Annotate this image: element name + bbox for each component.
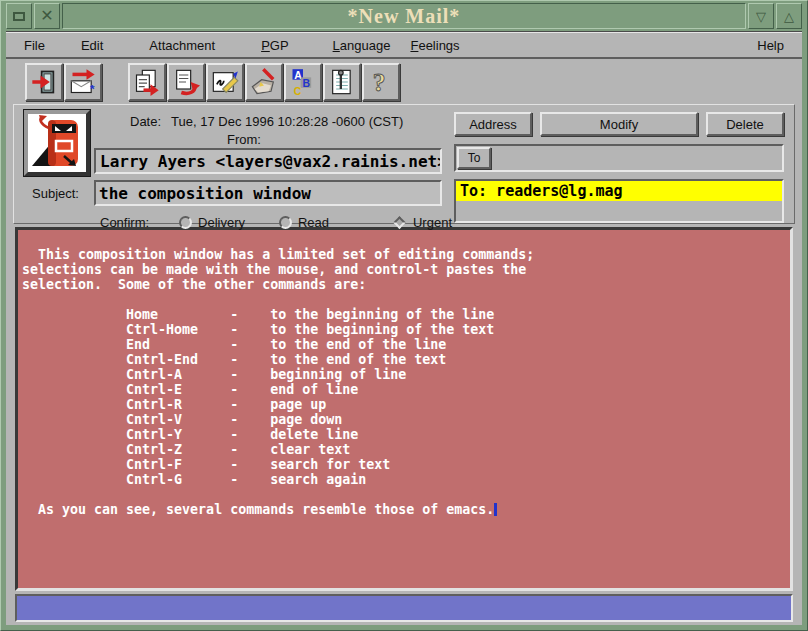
composition-area[interactable]: This composition window has a limited se… xyxy=(15,227,793,591)
xfmail-mailbox-logo xyxy=(24,110,90,176)
svg-text:*: * xyxy=(90,81,95,94)
titlebar: ✕ *New Mail* ▽ △ xyxy=(6,3,802,29)
exit-door-icon xyxy=(30,68,58,96)
message-header-panel: Date:Tue, 17 Dec 1996 10:28:28 -0600 (CS… xyxy=(13,104,795,224)
send-envelope-icon: * xyxy=(69,68,97,96)
confirm-label: Confirm: xyxy=(100,215,149,230)
app-surface: File Edit Attachment PGP Language Feelin… xyxy=(6,31,802,625)
notes-clip-icon xyxy=(328,68,356,96)
delete-button[interactable]: Delete xyxy=(706,112,784,136)
window-title: *New Mail* xyxy=(348,5,461,28)
new-mail-window: ✕ *New Mail* ▽ △ File Edit Attachment PG… xyxy=(0,0,808,631)
notes-button[interactable] xyxy=(323,63,361,101)
help-button[interactable]: ? xyxy=(362,63,400,101)
title-area[interactable]: *New Mail* xyxy=(62,3,746,29)
body-text: This composition window has a limited se… xyxy=(22,247,534,517)
delivery-radio[interactable] xyxy=(179,216,192,229)
menu-help[interactable]: Help xyxy=(753,35,788,56)
menubar: File Edit Attachment PGP Language Feelin… xyxy=(6,32,802,59)
compose-button[interactable] xyxy=(206,63,244,101)
svg-text:C: C xyxy=(294,84,302,95)
address-button-row: Address Modify Delete xyxy=(454,112,784,136)
recipient-item[interactable]: To: readers@lg.mag xyxy=(456,181,782,201)
toolbar: * xyxy=(6,59,802,104)
spell-check-button[interactable]: A B C xyxy=(284,63,322,101)
composition-text: This composition window has a limited se… xyxy=(18,230,790,523)
confirm-row: Confirm: Delivery Read Urgent xyxy=(100,215,452,230)
close-button[interactable]: ✕ xyxy=(34,3,60,29)
devil-mailbox-icon xyxy=(28,114,86,172)
menu-file[interactable]: File xyxy=(20,35,49,56)
read-label: Read xyxy=(298,215,329,230)
menu-language[interactable]: Language xyxy=(329,35,395,56)
abc-letters-icon: A B C xyxy=(289,68,317,96)
svg-text:B: B xyxy=(302,76,310,88)
minimize-icon xyxy=(13,12,25,21)
header-right-column: Address Modify Delete To To: readers@lg.… xyxy=(454,105,784,223)
subject-label: Subject: xyxy=(32,186,94,201)
header-left-column: Date:Tue, 17 Dec 1996 10:28:28 -0600 (CS… xyxy=(14,105,452,223)
menu-edit[interactable]: Edit xyxy=(77,35,107,56)
from-label: From: xyxy=(94,132,394,147)
date-value: Tue, 17 Dec 1996 10:28:28 -0600 (CST) xyxy=(171,114,403,129)
body-text-cursor xyxy=(494,503,497,516)
sign-button[interactable] xyxy=(245,63,283,101)
forward-doc-icon xyxy=(133,68,161,96)
status-bar xyxy=(15,594,793,622)
maximize-button[interactable]: △ xyxy=(776,3,802,29)
from-field[interactable]: Larry Ayers <layers@vax2.rainis.net> xyxy=(94,148,442,174)
menu-attachment[interactable]: Attachment xyxy=(145,35,219,56)
address-button[interactable]: Address xyxy=(454,112,532,136)
date-row: Date:Tue, 17 Dec 1996 10:28:28 -0600 (CS… xyxy=(130,114,452,129)
read-radio[interactable] xyxy=(279,216,292,229)
from-value: Larry Ayers <layers@vax2.rainis.net> xyxy=(100,152,442,171)
sign-hand-pencil-icon xyxy=(250,68,278,96)
to-row: To xyxy=(454,144,784,172)
urgent-label: Urgent xyxy=(413,215,452,230)
send-mail-button[interactable]: * xyxy=(64,63,102,101)
exit-button[interactable] xyxy=(25,63,63,101)
svg-text:?: ? xyxy=(373,68,386,96)
menu-pgp[interactable]: PGP xyxy=(257,35,292,56)
date-label: Date: xyxy=(130,114,161,129)
maximize-up-icon: △ xyxy=(784,10,794,23)
forward-message-button[interactable] xyxy=(128,63,166,101)
reply-doc-icon xyxy=(172,68,200,96)
delivery-label: Delivery xyxy=(198,215,245,230)
urgent-toggle[interactable] xyxy=(393,216,406,229)
shade-down-icon: ▽ xyxy=(756,10,766,23)
minimize-button[interactable] xyxy=(6,3,32,29)
question-mark-icon: ? xyxy=(367,68,395,96)
subject-value: the composition window xyxy=(99,184,311,203)
to-button[interactable]: To xyxy=(457,147,491,169)
subject-row: Subject: the composition window xyxy=(14,180,452,206)
compose-pen-icon xyxy=(211,68,239,96)
modify-button[interactable]: Modify xyxy=(540,112,698,136)
shade-button[interactable]: ▽ xyxy=(748,3,774,29)
subject-field[interactable]: the composition window xyxy=(94,180,442,206)
close-icon: ✕ xyxy=(40,8,53,24)
to-input[interactable] xyxy=(491,147,781,169)
reply-message-button[interactable] xyxy=(167,63,205,101)
menu-feelings[interactable]: Feelings xyxy=(406,35,463,56)
recipient-list[interactable]: To: readers@lg.mag xyxy=(454,179,784,223)
